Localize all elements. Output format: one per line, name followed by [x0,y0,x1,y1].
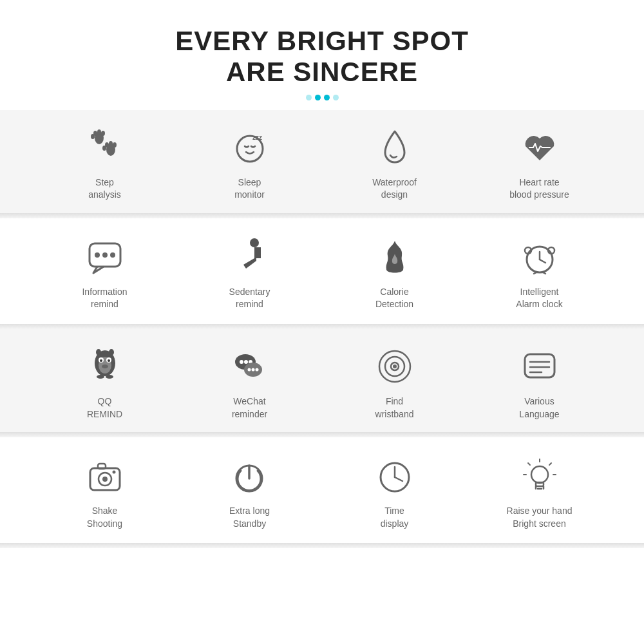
svg-point-13 [95,252,100,258]
divider-4 [0,543,644,548]
sedentary-icon [229,236,270,278]
wechat-label: WeChatreminder [232,395,267,421]
step-analysis-icon [84,127,126,169]
grid-row-1: Stepanalysis zzz Sleepmonit [32,115,612,208]
heart-rate-label: Heart rateblood pressure [509,176,569,202]
feature-language: VariousLanguage [467,334,612,427]
svg-rect-54 [98,464,106,469]
divider-2 [0,324,644,329]
grid-row-4: ShakeShooting Extra longStandby [32,444,612,536]
svg-point-36 [240,360,243,364]
svg-point-16 [250,238,259,247]
headline: EVERY BRIGHT SPOT ARE SINCERE [175,26,469,88]
calorie-label: CalorieDetection [375,286,413,311]
qq-label: QQREMIND [87,395,122,421]
dot-3 [324,95,330,100]
waterproof-label: Waterproofdesign [372,176,417,202]
svg-point-28 [100,359,102,362]
feature-sleep-monitor: zzz Sleepmonitor [177,115,322,208]
svg-point-31 [97,375,104,379]
section-row-4: ShakeShooting Extra longStandby [0,437,644,543]
divider-1 [0,213,644,218]
svg-line-68 [528,463,530,465]
feature-waterproof: Waterproofdesign [322,115,467,208]
svg-point-41 [251,368,254,372]
header: EVERY BRIGHT SPOT ARE SINCERE [162,0,482,110]
svg-point-34 [109,349,114,355]
language-label: VariousLanguage [519,395,559,421]
svg-point-9 [113,142,117,147]
feature-shake-shooting: ShakeShooting [32,444,177,536]
info-remind-icon [84,236,126,278]
section-row-3: QQREMIND WeCh [0,329,644,432]
wechat-icon [229,346,270,388]
waterproof-icon [374,127,415,169]
feature-info-remind: Informationremind [32,225,177,317]
raise-hand-label: Raise your handBright screen [507,505,573,530]
svg-line-22 [534,272,536,274]
svg-point-55 [112,470,115,473]
section-row-1: Stepanalysis zzz Sleepmonit [0,110,644,213]
raise-hand-icon [518,455,560,497]
svg-point-14 [102,252,108,258]
grid-row-2: Informationremind Sedentaryremind [32,225,612,317]
sleep-monitor-label: Sleepmonitor [234,176,265,202]
svg-line-66 [549,463,551,465]
feature-find-wristband: Findwristband [322,334,467,427]
time-display-icon [374,455,415,497]
info-remind-label: Informationremind [82,286,127,311]
feature-heart-rate: Heart rateblood pressure [467,115,612,208]
svg-line-23 [543,272,545,274]
alarm-icon [518,236,560,278]
svg-point-8 [109,141,113,146]
find-wristband-label: Findwristband [375,395,414,421]
feature-step-analysis: Stepanalysis [32,115,177,208]
sleep-monitor-icon: zzz [229,127,270,169]
svg-point-29 [108,359,110,362]
svg-point-3 [97,129,101,135]
svg-point-32 [106,375,113,379]
sedentary-label: Sedentaryremind [229,286,270,311]
feature-alarm: IntelligentAlarm clock [467,225,612,317]
svg-point-37 [244,360,248,364]
svg-point-2 [93,131,97,136]
svg-rect-61 [536,482,544,486]
find-wristband-icon [374,346,415,388]
page: EVERY BRIGHT SPOT ARE SINCERE [0,0,644,644]
dot-1 [306,95,312,100]
alarm-label: IntelligentAlarm clock [516,286,562,311]
grid-row-3: QQREMIND WeCh [32,334,612,427]
svg-point-15 [110,252,115,258]
shake-shooting-label: ShakeShooting [87,505,122,530]
step-analysis-label: Stepanalysis [88,176,121,202]
standby-label: Extra longStandby [229,505,270,530]
heart-rate-icon [518,127,560,169]
feature-time-display: Timedisplay [322,444,467,536]
svg-point-7 [105,142,109,147]
calorie-icon [374,236,415,278]
standby-icon [229,455,270,497]
feature-standby: Extra longStandby [177,444,322,536]
svg-point-40 [247,368,251,372]
feature-sedentary: Sedentaryremind [177,225,322,317]
svg-point-4 [101,131,105,136]
svg-text:zzz: zzz [252,134,262,141]
language-icon [518,346,560,388]
divider-3 [0,432,644,437]
dot-4 [333,95,339,100]
feature-wechat: WeChatreminder [177,334,322,427]
svg-point-53 [102,477,108,482]
time-display-label: Timedisplay [381,505,409,530]
feature-calorie: CalorieDetection [322,225,467,317]
svg-point-30 [102,365,108,368]
svg-line-59 [395,477,402,481]
svg-line-19 [540,260,545,263]
svg-point-60 [531,466,548,483]
section-row-2: Informationremind Sedentaryremind [0,218,644,324]
svg-point-46 [393,365,397,368]
shake-shooting-icon [84,455,126,497]
svg-point-42 [255,368,258,372]
dot-2 [315,95,321,100]
svg-point-33 [96,349,101,355]
feature-qq: QQREMIND [32,334,177,427]
